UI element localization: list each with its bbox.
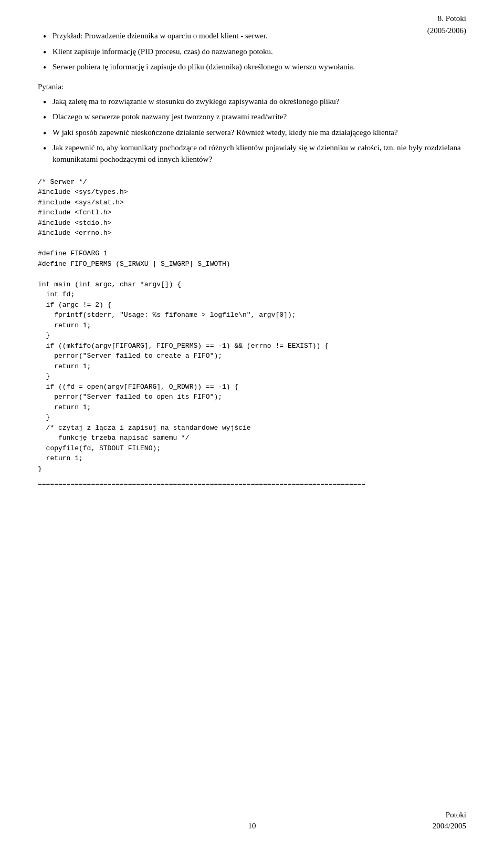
separator-line: ========================================… <box>38 479 466 490</box>
footer-right-line1: Potoki <box>433 810 466 821</box>
pytania-label: Pytania: <box>38 81 466 93</box>
pytania-bullet-2: •Dlaczego w serwerze potok nazwany jest … <box>38 111 466 124</box>
pytania-section: •Jaką zaletę ma to rozwiązanie w stosunk… <box>38 96 466 165</box>
pytania-bullet-icon-3: • <box>43 128 52 140</box>
intro-text-1: Przykład: Prowadzenie dziennika w oparci… <box>52 30 466 42</box>
pytania-bullet-text-2: Dlaczego w serwerze potok nazwany jest t… <box>52 111 466 123</box>
intro-bullet-3: • Serwer pobiera tę informację i zapisuj… <box>38 61 466 74</box>
footer-right: Potoki 2004/2005 <box>433 810 466 833</box>
pytania-bullet-icon-1: • <box>43 97 52 109</box>
pytania-bullet-3: •W jaki sposób zapewnić nieskończone dzi… <box>38 127 466 140</box>
intro-section: • Przykład: Prowadzenie dziennika w opar… <box>38 30 466 74</box>
code-block: /* Serwer */ #include <sys/types.h> #inc… <box>38 177 466 474</box>
header-line2: (2005/2006) <box>427 25 466 37</box>
pytania-bullet-icon-4: • <box>43 143 52 155</box>
intro-text-2: Klient zapisuje informację (PID procesu,… <box>52 46 466 58</box>
intro-text-3: Serwer pobiera tę informację i zapisuje … <box>52 61 466 73</box>
bullet-icon-2: • <box>43 47 52 59</box>
footer-right-line2: 2004/2005 <box>433 821 466 832</box>
intro-bullet-1: • Przykład: Prowadzenie dziennika w opar… <box>38 30 466 43</box>
header-line1: 8. Potoki <box>427 13 466 25</box>
page: 8. Potoki (2005/2006) • Przykład: Prowad… <box>0 0 504 851</box>
bullet-icon-1: • <box>43 32 52 43</box>
pytania-bullet-icon-2: • <box>43 112 52 124</box>
bullet-icon-3: • <box>43 63 52 74</box>
pytania-bullet-1: •Jaką zaletę ma to rozwiązanie w stosunk… <box>38 96 466 109</box>
intro-bullet-2: • Klient zapisuje informację (PID proces… <box>38 46 466 59</box>
page-header: 8. Potoki (2005/2006) <box>427 13 466 36</box>
pytania-bullet-text-3: W jaki sposób zapewnić nieskończone dzia… <box>52 127 466 139</box>
main-content: • Przykład: Prowadzenie dziennika w opar… <box>38 30 466 490</box>
pytania-bullet-4: •Jak zapewnić to, aby komunikaty pochodz… <box>38 142 466 165</box>
pytania-bullet-text-1: Jaką zaletę ma to rozwiązanie w stosunku… <box>52 96 466 108</box>
pytania-bullet-text-4: Jak zapewnić to, aby komunikaty pochodzą… <box>52 142 466 165</box>
footer-page-number: 10 <box>248 821 256 832</box>
